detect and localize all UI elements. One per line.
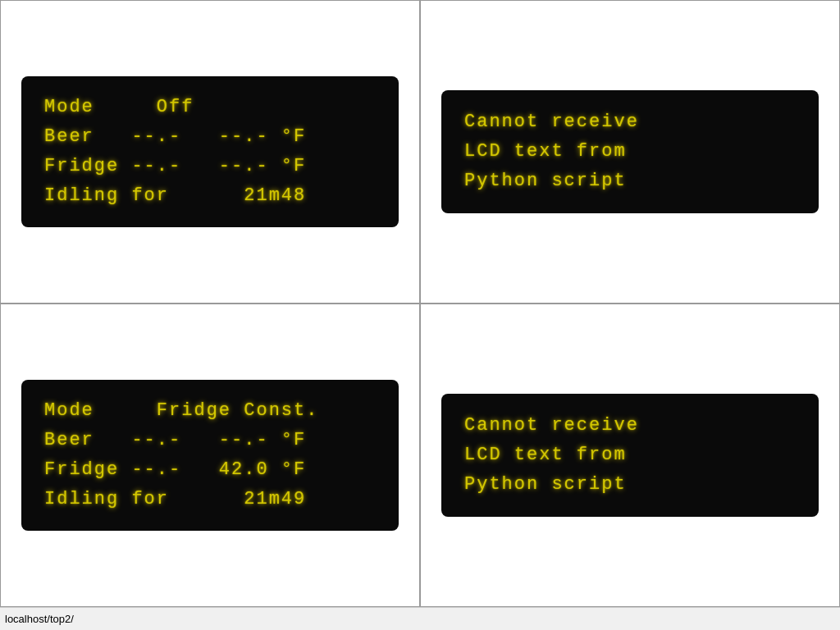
lcd-line: Mode Fridge Const. bbox=[44, 398, 376, 424]
lcd-line: Idling for 21m48 bbox=[44, 183, 376, 209]
lcd-top-right: Cannot receive LCD text from Python scri… bbox=[441, 90, 819, 213]
panel-bottom-left: Mode Fridge Const. Beer --.- --.- °F Fri… bbox=[0, 304, 420, 607]
lcd-line: Fridge --.- --.- °F bbox=[44, 153, 376, 180]
lcd-line: Cannot receive bbox=[464, 413, 796, 439]
lcd-line: LCD text from bbox=[464, 139, 796, 165]
lcd-line: Cannot receive bbox=[464, 109, 796, 135]
main-grid: Mode Off Beer --.- --.- °F Fridge --.- -… bbox=[0, 0, 840, 607]
lcd-line: Python script bbox=[464, 168, 796, 194]
lcd-line: Beer --.- --.- °F bbox=[44, 124, 376, 150]
status-url: localhost/top2/ bbox=[5, 613, 74, 625]
lcd-line: Python script bbox=[464, 472, 796, 498]
status-bar: localhost/top2/ bbox=[0, 607, 840, 630]
lcd-line: Beer --.- --.- °F bbox=[44, 427, 376, 454]
lcd-bottom-left: Mode Fridge Const. Beer --.- --.- °F Fri… bbox=[21, 380, 399, 531]
lcd-line: Mode Off bbox=[44, 94, 376, 121]
lcd-top-left: Mode Off Beer --.- --.- °F Fridge --.- -… bbox=[21, 76, 399, 227]
panel-bottom-right: Cannot receive LCD text from Python scri… bbox=[420, 304, 840, 607]
panel-top-right: Cannot receive LCD text from Python scri… bbox=[420, 0, 840, 304]
panel-top-left: Mode Off Beer --.- --.- °F Fridge --.- -… bbox=[0, 0, 420, 304]
lcd-bottom-right: Cannot receive LCD text from Python scri… bbox=[441, 394, 819, 517]
lcd-line: Fridge --.- 42.0 °F bbox=[44, 457, 376, 483]
lcd-line: LCD text from bbox=[464, 442, 796, 468]
lcd-line: Idling for 21m49 bbox=[44, 486, 376, 513]
